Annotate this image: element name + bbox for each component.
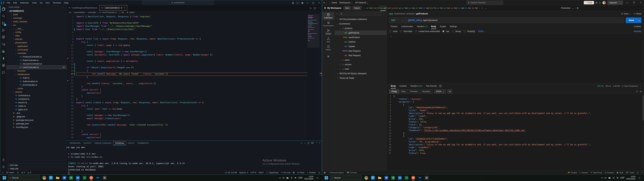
rail-history[interactable]: History: [322, 44, 334, 52]
menu-run[interactable]: Run: [44, 2, 51, 4]
tree-item-presentation[interactable]: ⌄presentation: [7, 41, 66, 44]
panel-tab-problems[interactable]: PROBLEMS: [68, 142, 82, 145]
rail-more-tools[interactable]: [322, 54, 334, 58]
wrap-lines-icon[interactable]: ↹: [447, 89, 452, 94]
breadcrumb-item[interactable]: getProducts: [416, 12, 428, 15]
request-tab[interactable]: POSTCRE: [373, 5, 380, 11]
menu-go[interactable]: Go: [38, 2, 44, 4]
menu-terminal[interactable]: Terminal: [51, 2, 62, 4]
upgrade-button[interactable]: Upgrade ⌄: [608, 1, 623, 5]
request-tab[interactable]: POSTsav: [394, 5, 401, 11]
terminal-output[interactable]: $ npm run dev> ecommerce@1.0.0 dev> ts-n…: [66, 146, 322, 175]
response-tab-body[interactable]: Body: [389, 84, 398, 88]
request-tab[interactable]: POSTLogi: [387, 5, 394, 11]
run-debug-icon[interactable]: [0, 27, 7, 34]
response-lang-select[interactable]: JSON ⌄: [434, 89, 446, 94]
tree-item--env[interactable]: ⚙.env: [7, 111, 66, 115]
tree-item-middlewares[interactable]: ⌄middlewares: [7, 72, 66, 76]
maximize-button[interactable]: ▢: [310, 0, 316, 5]
volume-icon[interactable]: [616, 177, 619, 179]
request-tab-headers[interactable]: Headers (7): [415, 24, 429, 29]
nav-api-network[interactable]: API Network ⌄: [355, 2, 368, 4]
upgrade-chevron-icon[interactable]: ⌄: [619, 1, 623, 4]
panel-tab-terminal[interactable]: TERMINAL: [113, 141, 126, 145]
url-input[interactable]: {{BASE_URL}} /api/v1/products: [405, 19, 440, 22]
start-button[interactable]: [323, 175, 330, 181]
invite-button[interactable]: + Invite: [584, 1, 594, 4]
breadcrumb-item[interactable]: controller: [88, 11, 96, 14]
request-tab[interactable]: GETgetPr: [380, 5, 387, 11]
tree-item-application[interactable]: ›application: [7, 44, 66, 48]
collection-item-getone[interactable]: GETGetOne: [335, 40, 386, 44]
request-tab-settings[interactable]: Settings: [448, 24, 458, 29]
minimize-button[interactable]: ―: [625, 0, 630, 5]
send-chevron-icon[interactable]: ⌄: [637, 19, 642, 22]
section-outline[interactable]: ›OUTLINE: [7, 164, 66, 167]
panel-tab-output[interactable]: OUTPUT: [82, 142, 93, 145]
view-visualize[interactable]: Visualize: [420, 90, 432, 94]
footer-console[interactable]: ⌨Console: [347, 172, 357, 174]
environment-quick-look-icon[interactable]: ⊞: [577, 7, 578, 9]
status-remote[interactable]: [2, 172, 4, 174]
tree-item-data[interactable]: ›data: [7, 34, 66, 37]
tree-item-factories[interactable]: ›factories: [7, 69, 66, 72]
explorer-more-actions-icon[interactable]: ···: [62, 6, 64, 8]
plus-icon[interactable]: ＋: [300, 142, 302, 145]
close-panel-icon[interactable]: ×: [319, 142, 320, 145]
tree-item-controller[interactable]: ⌄controller: [7, 52, 66, 55]
tree-item-domain[interactable]: ›domain: [7, 37, 66, 41]
breadcrumb-item[interactable]: UserController.ts: [102, 11, 117, 14]
collection-item-new-request[interactable]: PATCHNew Request: [335, 48, 386, 53]
minimize-button[interactable]: ―: [305, 0, 310, 5]
body-mode-raw[interactable]: raw: [442, 30, 449, 32]
taskbar-search-input[interactable]: ⌕Buscar: [8, 176, 40, 180]
tree-item-index-ts[interactable]: TSindex.ts: [7, 104, 66, 108]
request-tab[interactable]: POSTPos: [429, 5, 436, 11]
import-button[interactable]: Import: [352, 6, 362, 10]
restore-button[interactable]: ❐: [632, 0, 636, 5]
tab-scroll-left-icon[interactable]: ‹: [363, 7, 366, 9]
collection-item-update[interactable]: PUTUpdate: [335, 44, 386, 48]
menu-help[interactable]: Help: [62, 2, 70, 4]
panel-tab-ports[interactable]: PORTS: [126, 142, 136, 145]
status-error[interactable]: 0: [21, 172, 25, 174]
start-button[interactable]: [1, 175, 8, 181]
body-mode-form-data[interactable]: form-data: [400, 30, 412, 32]
view-preview[interactable]: Preview: [408, 90, 420, 94]
split-terminal-icon[interactable]: ◫: [308, 142, 310, 145]
chevron-up-icon[interactable]: ⌃: [316, 142, 317, 145]
breadcrumb-item[interactable]: list: [122, 11, 124, 14]
collection-item-ecommerce[interactable]: ⌄Ecommerce: [335, 22, 386, 26]
extensions-icon[interactable]: [0, 34, 7, 41]
chat-icon[interactable]: [0, 69, 7, 76]
docker-icon[interactable]: [0, 48, 7, 55]
request-tab[interactable]: GETGet F: [443, 5, 450, 11]
method-select[interactable]: GET ⌄: [389, 18, 405, 23]
taskbar-app-chrome[interactable]: [41, 175, 48, 181]
footer-postbot[interactable]: ✨Postbot: [568, 172, 577, 174]
taskbar-app-edge[interactable]: e: [370, 175, 376, 181]
close-tab-icon[interactable]: ×: [124, 7, 125, 9]
notification-center-icon[interactable]: ▭: [315, 177, 320, 179]
tree-item-package-lock-json[interactable]: {}package-lock.json: [7, 118, 66, 122]
accounts-icon[interactable]: [0, 156, 7, 164]
tree-item-rolecontroller-ts[interactable]: TSRoleController.ts: [7, 58, 66, 62]
taskbar-app-settings[interactable]: ⚙: [101, 175, 108, 181]
tree-item-build[interactable]: ›build: [7, 13, 66, 16]
trash-icon[interactable]: ⌦: [311, 142, 314, 145]
settings-gear-icon[interactable]: ⚙: [596, 2, 598, 4]
language-indicator[interactable]: ESP: [298, 177, 302, 179]
response-body[interactable]: 1{2 "status": "success",3 "products": [4…: [387, 94, 644, 170]
rail-collections[interactable]: Collections: [322, 12, 334, 20]
search-response-icon[interactable]: ⚲: [636, 90, 638, 93]
collection-more-icon[interactable]: ···: [383, 13, 385, 15]
breadcrumb-item[interactable]: Ecommerce: [394, 12, 405, 15]
panel-tab-comments[interactable]: COMMENTS: [136, 142, 150, 145]
request-tab[interactable]: GETNew: [401, 5, 408, 11]
footer-trash[interactable]: ⌦Trash: [626, 172, 634, 174]
notifications-bell-icon[interactable]: ⎂: [599, 2, 601, 4]
taskbar-app-mongodb-compass[interactable]: 🌿: [403, 175, 410, 181]
taskbar-app-vscode[interactable]: ❮❯: [396, 175, 403, 181]
response-scrollbar[interactable]: [642, 95, 644, 120]
onedrive-icon[interactable]: [286, 177, 289, 179]
